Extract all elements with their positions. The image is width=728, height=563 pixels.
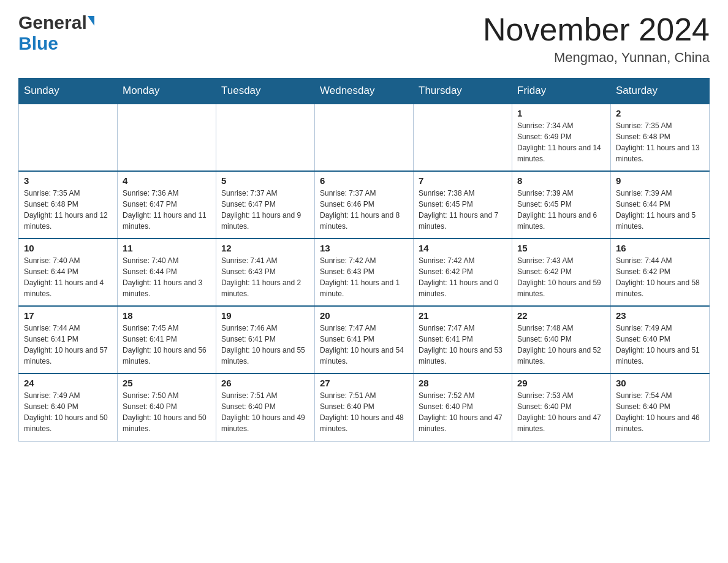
day-info: Sunrise: 7:44 AMSunset: 6:41 PMDaylight:…: [24, 323, 112, 367]
day-number: 14: [419, 243, 507, 253]
day-number: 4: [123, 175, 211, 186]
day-info: Sunrise: 7:44 AMSunset: 6:42 PMDaylight:…: [616, 255, 704, 299]
calendar-cell: 9Sunrise: 7:39 AMSunset: 6:44 PMDaylight…: [611, 171, 710, 239]
calendar-cell: 5Sunrise: 7:37 AMSunset: 6:47 PMDaylight…: [216, 171, 315, 239]
day-info: Sunrise: 7:52 AMSunset: 6:40 PMDaylight:…: [419, 390, 507, 434]
day-number: 26: [221, 378, 309, 388]
day-number: 27: [320, 378, 408, 388]
day-info: Sunrise: 7:42 AMSunset: 6:43 PMDaylight:…: [320, 255, 408, 299]
calendar-cell: 20Sunrise: 7:47 AMSunset: 6:41 PMDayligh…: [315, 306, 414, 373]
day-info: Sunrise: 7:48 AMSunset: 6:40 PMDaylight:…: [517, 323, 605, 367]
calendar-cell: 15Sunrise: 7:43 AMSunset: 6:42 PMDayligh…: [512, 239, 611, 306]
day-number: 12: [221, 243, 309, 253]
day-info: Sunrise: 7:51 AMSunset: 6:40 PMDaylight:…: [221, 390, 309, 434]
day-info: Sunrise: 7:49 AMSunset: 6:40 PMDaylight:…: [616, 323, 704, 367]
calendar-cell: 29Sunrise: 7:53 AMSunset: 6:40 PMDayligh…: [512, 373, 611, 441]
page-header: General Blue November 2024 Mengmao, Yunn…: [18, 12, 710, 66]
day-info: Sunrise: 7:36 AMSunset: 6:47 PMDaylight:…: [123, 188, 211, 232]
day-info: Sunrise: 7:53 AMSunset: 6:40 PMDaylight:…: [517, 390, 605, 434]
calendar-cell: 4Sunrise: 7:36 AMSunset: 6:47 PMDaylight…: [118, 171, 216, 239]
day-number: 1: [517, 108, 605, 118]
calendar-day-header: Saturday: [611, 79, 710, 104]
day-number: 25: [123, 378, 211, 388]
calendar-cell: 17Sunrise: 7:44 AMSunset: 6:41 PMDayligh…: [19, 306, 118, 373]
calendar-cell: 2Sunrise: 7:35 AMSunset: 6:48 PMDaylight…: [611, 104, 710, 171]
day-info: Sunrise: 7:37 AMSunset: 6:46 PMDaylight:…: [320, 188, 408, 232]
day-number: 23: [616, 310, 704, 321]
calendar-cell: 26Sunrise: 7:51 AMSunset: 6:40 PMDayligh…: [216, 373, 315, 441]
day-info: Sunrise: 7:35 AMSunset: 6:48 PMDaylight:…: [616, 120, 704, 164]
day-info: Sunrise: 7:39 AMSunset: 6:45 PMDaylight:…: [517, 188, 605, 232]
calendar-cell: 6Sunrise: 7:37 AMSunset: 6:46 PMDaylight…: [315, 171, 414, 239]
calendar-cell: 18Sunrise: 7:45 AMSunset: 6:41 PMDayligh…: [118, 306, 216, 373]
calendar-day-header: Thursday: [414, 79, 512, 104]
calendar-header-row: SundayMondayTuesdayWednesdayThursdayFrid…: [19, 79, 710, 104]
calendar-week-row: 3Sunrise: 7:35 AMSunset: 6:48 PMDaylight…: [19, 171, 710, 239]
day-info: Sunrise: 7:41 AMSunset: 6:43 PMDaylight:…: [221, 255, 309, 299]
calendar-cell: 8Sunrise: 7:39 AMSunset: 6:45 PMDaylight…: [512, 171, 611, 239]
day-info: Sunrise: 7:40 AMSunset: 6:44 PMDaylight:…: [123, 255, 211, 299]
calendar-cell: [216, 104, 315, 171]
calendar-cell: 1Sunrise: 7:34 AMSunset: 6:49 PMDaylight…: [512, 104, 611, 171]
calendar-cell: 28Sunrise: 7:52 AMSunset: 6:40 PMDayligh…: [414, 373, 512, 441]
logo: General Blue: [18, 12, 94, 54]
day-info: Sunrise: 7:47 AMSunset: 6:41 PMDaylight:…: [320, 323, 408, 367]
day-number: 2: [616, 108, 704, 118]
day-number: 29: [517, 378, 605, 388]
day-info: Sunrise: 7:45 AMSunset: 6:41 PMDaylight:…: [123, 323, 211, 367]
day-info: Sunrise: 7:54 AMSunset: 6:40 PMDaylight:…: [616, 390, 704, 434]
calendar-day-header: Monday: [118, 79, 216, 104]
calendar-cell: [118, 104, 216, 171]
day-number: 30: [616, 378, 704, 388]
logo-blue: Blue: [18, 33, 58, 54]
calendar-cell: 11Sunrise: 7:40 AMSunset: 6:44 PMDayligh…: [118, 239, 216, 306]
calendar-cell: 7Sunrise: 7:38 AMSunset: 6:45 PMDaylight…: [414, 171, 512, 239]
day-number: 8: [517, 175, 605, 186]
day-info: Sunrise: 7:39 AMSunset: 6:44 PMDaylight:…: [616, 188, 704, 232]
calendar-cell: 21Sunrise: 7:47 AMSunset: 6:41 PMDayligh…: [414, 306, 512, 373]
calendar-day-header: Sunday: [19, 79, 118, 104]
location: Mengmao, Yunnan, China: [483, 50, 710, 66]
logo-general: General: [18, 12, 87, 33]
calendar-cell: 14Sunrise: 7:42 AMSunset: 6:42 PMDayligh…: [414, 239, 512, 306]
day-info: Sunrise: 7:34 AMSunset: 6:49 PMDaylight:…: [517, 120, 605, 164]
day-info: Sunrise: 7:42 AMSunset: 6:42 PMDaylight:…: [419, 255, 507, 299]
calendar-cell: 19Sunrise: 7:46 AMSunset: 6:41 PMDayligh…: [216, 306, 315, 373]
logo-triangle-icon: [88, 16, 94, 26]
day-number: 6: [320, 175, 408, 186]
day-number: 10: [24, 243, 112, 253]
day-number: 13: [320, 243, 408, 253]
calendar-cell: 16Sunrise: 7:44 AMSunset: 6:42 PMDayligh…: [611, 239, 710, 306]
calendar-week-row: 10Sunrise: 7:40 AMSunset: 6:44 PMDayligh…: [19, 239, 710, 306]
day-info: Sunrise: 7:50 AMSunset: 6:40 PMDaylight:…: [123, 390, 211, 434]
day-info: Sunrise: 7:49 AMSunset: 6:40 PMDaylight:…: [24, 390, 112, 434]
day-number: 11: [123, 243, 211, 253]
calendar-cell: 27Sunrise: 7:51 AMSunset: 6:40 PMDayligh…: [315, 373, 414, 441]
day-number: 3: [24, 175, 112, 186]
day-number: 21: [419, 310, 507, 321]
calendar-day-header: Wednesday: [315, 79, 414, 104]
calendar-cell: 25Sunrise: 7:50 AMSunset: 6:40 PMDayligh…: [118, 373, 216, 441]
calendar-cell: 24Sunrise: 7:49 AMSunset: 6:40 PMDayligh…: [19, 373, 118, 441]
day-info: Sunrise: 7:35 AMSunset: 6:48 PMDaylight:…: [24, 188, 112, 232]
calendar-table: SundayMondayTuesdayWednesdayThursdayFrid…: [18, 78, 710, 442]
calendar-cell: [315, 104, 414, 171]
day-number: 9: [616, 175, 704, 186]
calendar-cell: 10Sunrise: 7:40 AMSunset: 6:44 PMDayligh…: [19, 239, 118, 306]
day-number: 22: [517, 310, 605, 321]
calendar-cell: 23Sunrise: 7:49 AMSunset: 6:40 PMDayligh…: [611, 306, 710, 373]
calendar-cell: 30Sunrise: 7:54 AMSunset: 6:40 PMDayligh…: [611, 373, 710, 441]
calendar-cell: 22Sunrise: 7:48 AMSunset: 6:40 PMDayligh…: [512, 306, 611, 373]
day-number: 7: [419, 175, 507, 186]
day-info: Sunrise: 7:37 AMSunset: 6:47 PMDaylight:…: [221, 188, 309, 232]
calendar-day-header: Tuesday: [216, 79, 315, 104]
calendar-week-row: 24Sunrise: 7:49 AMSunset: 6:40 PMDayligh…: [19, 373, 710, 441]
calendar-week-row: 17Sunrise: 7:44 AMSunset: 6:41 PMDayligh…: [19, 306, 710, 373]
header-right: November 2024 Mengmao, Yunnan, China: [483, 12, 710, 66]
calendar-day-header: Friday: [512, 79, 611, 104]
day-number: 17: [24, 310, 112, 321]
day-info: Sunrise: 7:51 AMSunset: 6:40 PMDaylight:…: [320, 390, 408, 434]
day-number: 28: [419, 378, 507, 388]
day-info: Sunrise: 7:47 AMSunset: 6:41 PMDaylight:…: [419, 323, 507, 367]
calendar-cell: 3Sunrise: 7:35 AMSunset: 6:48 PMDaylight…: [19, 171, 118, 239]
